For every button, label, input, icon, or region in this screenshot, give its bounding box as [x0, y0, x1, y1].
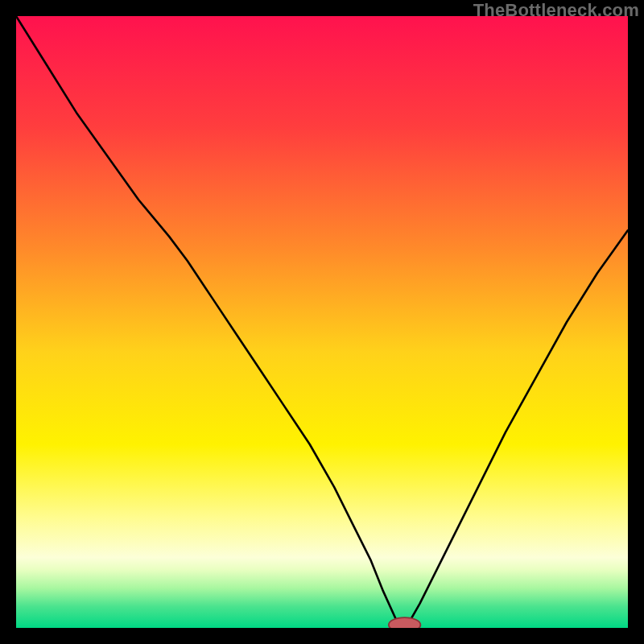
- gradient-background: [16, 16, 628, 628]
- plot-area: [16, 16, 628, 628]
- watermark-text: TheBottleneck.com: [473, 0, 639, 21]
- optimum-marker: [389, 617, 421, 628]
- chart-frame: TheBottleneck.com: [0, 0, 644, 644]
- chart-svg: [16, 16, 628, 628]
